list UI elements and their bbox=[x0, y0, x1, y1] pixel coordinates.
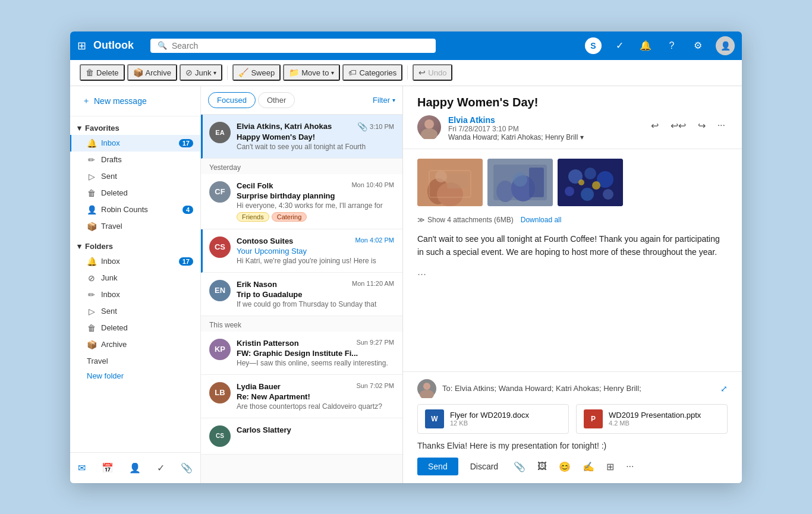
email-avatar: EN bbox=[209, 280, 231, 301]
email-preview: Can't wait to see you all tonight at Fou… bbox=[237, 143, 394, 151]
reply-all-icon[interactable]: ↩↩ bbox=[668, 118, 688, 134]
new-folder-link[interactable]: New folder bbox=[70, 369, 200, 383]
grid-icon[interactable]: ⊞ bbox=[77, 39, 86, 52]
sidebar-item-deleted[interactable]: 🗑 Deleted bbox=[70, 185, 200, 201]
email-item[interactable]: EA Elvia Atkins, Katri Ahokas 📎 3:10 PM … bbox=[201, 115, 402, 159]
email-item[interactable]: KP Kristin Patterson Sun 9:27 PM FW: Gra… bbox=[201, 332, 402, 375]
more-icon[interactable]: ··· bbox=[715, 118, 728, 133]
sidebar-item-sent2[interactable]: ▷ Sent bbox=[70, 303, 200, 320]
expand-reply-icon[interactable]: ⤢ bbox=[720, 384, 728, 393]
attachment-word[interactable]: W Flyer for WD2019.docx 12 KB bbox=[417, 404, 569, 434]
gear-icon[interactable]: ⚙ bbox=[690, 37, 706, 54]
undo-icon: ↩ bbox=[418, 68, 426, 77]
bell-icon[interactable]: 🔔 bbox=[637, 37, 654, 54]
email-preview: Hi everyone, 4:30 works for me, I'll arr… bbox=[237, 201, 394, 210]
main-body: ＋ New message ▾ Favorites 🔔 Inbox 17 ✏ D… bbox=[70, 86, 742, 483]
emoji-icon[interactable]: 😊 bbox=[555, 458, 574, 476]
search-box[interactable]: 🔍 bbox=[150, 39, 436, 53]
tasks-nav-icon[interactable]: ✓ bbox=[152, 458, 169, 478]
send-button[interactable]: Send bbox=[417, 458, 458, 475]
search-input[interactable] bbox=[172, 41, 429, 51]
sidebar-item-travel[interactable]: 📦 Travel bbox=[70, 218, 200, 235]
signature-icon[interactable]: ✍ bbox=[579, 458, 598, 476]
new-message-button[interactable]: ＋ New message bbox=[75, 91, 196, 111]
email-item[interactable]: CS Carlos Slattery bbox=[201, 418, 402, 455]
move-to-button[interactable]: 📁 Move to ▾ bbox=[283, 64, 340, 81]
reply-attachments: W Flyer for WD2019.docx 12 KB P WD2019 P… bbox=[417, 404, 728, 434]
filter-button[interactable]: Filter ▾ bbox=[373, 96, 395, 105]
favorites-header[interactable]: ▾ Favorites bbox=[70, 121, 200, 135]
email-header: Cecil Folk Mon 10:40 PM bbox=[237, 181, 394, 190]
email-preview: Hey—I saw this online, seems really inte… bbox=[237, 359, 394, 367]
ppt-icon: P bbox=[584, 409, 603, 428]
deleted-icon: 🗑 bbox=[87, 188, 96, 198]
email-ellipsis: ... bbox=[417, 266, 728, 278]
mail-nav-icon[interactable]: ✉ bbox=[73, 458, 90, 478]
user-avatar[interactable]: 👤 bbox=[716, 36, 735, 55]
reply-to-row: To: Elvia Atkins; Wanda Howard; Katri Ah… bbox=[417, 379, 728, 398]
show-attachments-button[interactable]: ≫ Show 4 attachments (6MB) bbox=[417, 216, 514, 224]
forward-icon[interactable]: ↪ bbox=[695, 118, 708, 134]
email-list-tabs: Focused Other Filter ▾ bbox=[201, 86, 402, 115]
attachment-ppt[interactable]: P WD2019 Presentation.pptx 4.2 MB bbox=[576, 404, 728, 434]
reply-icon[interactable]: ↩ bbox=[649, 118, 661, 134]
other-tab[interactable]: Other bbox=[258, 92, 295, 108]
sidebar-item-drafts[interactable]: ✏ Drafts bbox=[70, 152, 200, 168]
email-content: Elvia Atkins, Katri Ahokas 📎 3:10 PM Hap… bbox=[237, 122, 394, 151]
inbox2-icon: 🔔 bbox=[87, 257, 96, 266]
email-preview: If we could go from Thursday to Sunday t… bbox=[237, 300, 394, 308]
email-meta-row: Elvia Atkins Fri 7/28/2017 3:10 PM Wanda… bbox=[417, 115, 728, 141]
email-item[interactable]: LB Lydia Bauer Sun 7:02 PM Re: New Apart… bbox=[201, 375, 402, 418]
download-all-button[interactable]: Download all bbox=[521, 216, 562, 224]
email-time: Mon 4:02 PM bbox=[355, 236, 394, 244]
email-subject: Trip to Guadalupe bbox=[237, 290, 394, 299]
more-reply-icon[interactable]: ··· bbox=[622, 458, 637, 475]
favorites-chevron: ▾ bbox=[77, 124, 81, 133]
sidebar-item-junk[interactable]: ⊘ Junk bbox=[70, 270, 200, 286]
junk-chevron: ▾ bbox=[213, 70, 216, 76]
email-item[interactable]: CF Cecil Folk Mon 10:40 PM Surprise birt… bbox=[201, 174, 402, 229]
skype-icon[interactable]: S bbox=[585, 37, 602, 54]
sweep-button[interactable]: 🧹 Sweep bbox=[232, 64, 281, 81]
robin-badge: 4 bbox=[182, 206, 193, 214]
drafts-icon: ✏ bbox=[87, 155, 96, 165]
archive-button[interactable]: 📦 Archive bbox=[127, 64, 177, 81]
sidebar-item-inbox3[interactable]: ✏ Inbox bbox=[70, 286, 200, 303]
attach-icon[interactable]: 📎 bbox=[510, 458, 529, 476]
email-avatar: LB bbox=[209, 382, 231, 403]
sidebar-item-inbox2[interactable]: 🔔 Inbox 17 bbox=[70, 253, 200, 270]
email-from: Lydia Bauer bbox=[237, 382, 281, 391]
image-icon[interactable]: 🖼 bbox=[534, 458, 550, 475]
undo-button[interactable]: ↩ Undo bbox=[413, 64, 452, 81]
sidebar-item-sent[interactable]: ▷ Sent bbox=[70, 168, 200, 185]
svg-rect-7 bbox=[447, 174, 468, 188]
email-from: Elvia Atkins, Katri Ahokas bbox=[237, 122, 332, 131]
recipients-chevron[interactable]: ▾ bbox=[580, 133, 584, 141]
sidebar-item-robin-counts[interactable]: 👤 Robin Counts 4 bbox=[70, 201, 200, 218]
junk-button[interactable]: ⊘ Junk ▾ bbox=[180, 64, 222, 81]
svg-point-21 bbox=[592, 181, 600, 190]
question-icon[interactable]: ? bbox=[663, 37, 680, 54]
folders-header[interactable]: ▾ Folders bbox=[70, 239, 200, 253]
calendar-nav-icon[interactable]: 📅 bbox=[97, 458, 118, 478]
sent2-icon: ▷ bbox=[87, 307, 96, 316]
sidebar-item-inbox[interactable]: 🔔 Inbox 17 bbox=[70, 135, 200, 152]
file-size: 12 KB bbox=[450, 420, 529, 427]
email-avatar: EA bbox=[209, 122, 231, 143]
email-item[interactable]: EN Erik Nason Mon 11:20 AM Trip to Guada… bbox=[201, 273, 402, 316]
people-nav-icon[interactable]: 👤 bbox=[124, 458, 146, 478]
focused-tab[interactable]: Focused bbox=[208, 92, 256, 108]
email-subject: Re: New Apartment! bbox=[237, 392, 394, 401]
check-icon[interactable]: ✓ bbox=[611, 37, 628, 54]
email-list-items: EA Elvia Atkins, Katri Ahokas 📎 3:10 PM … bbox=[201, 115, 402, 483]
discard-button[interactable]: Discard bbox=[463, 458, 505, 475]
email-meta-details: Elvia Atkins Fri 7/28/2017 3:10 PM Wanda… bbox=[448, 115, 641, 141]
email-item[interactable]: CS Contoso Suites Mon 4:02 PM Your Upcom… bbox=[201, 229, 402, 273]
attachment-nav-icon[interactable]: 📎 bbox=[176, 458, 197, 478]
sidebar-item-archive[interactable]: 📦 Archive bbox=[70, 336, 200, 353]
categories-button[interactable]: 🏷 Categories bbox=[342, 64, 402, 81]
sidebar-item-deleted2[interactable]: 🗑 Deleted bbox=[70, 320, 200, 336]
table-icon[interactable]: ⊞ bbox=[603, 458, 618, 476]
delete-button[interactable]: 🗑 Delete bbox=[80, 64, 125, 81]
sidebar-item-travel2[interactable]: Travel bbox=[70, 353, 200, 369]
